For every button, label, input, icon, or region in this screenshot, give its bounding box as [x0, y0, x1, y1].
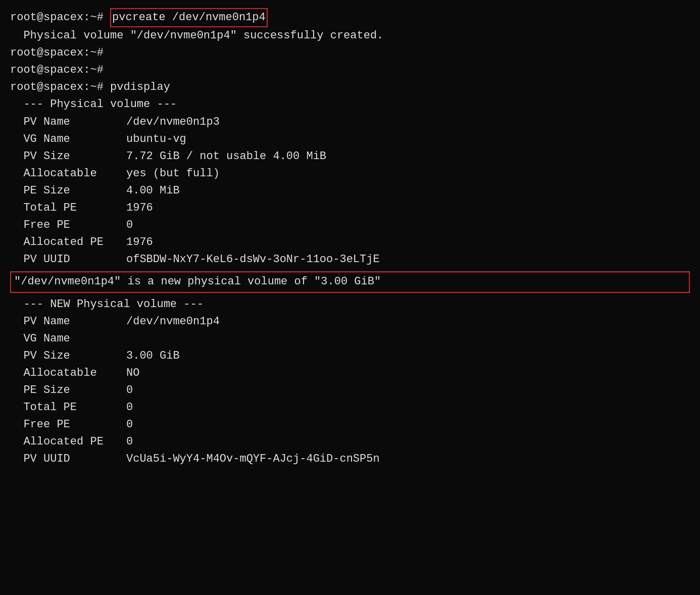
pv1-pesize-row: PE Size4.00 MiB — [10, 182, 690, 200]
prompt-4: root@spacex:~# — [10, 81, 104, 93]
pv1-uuid-value: ofSBDW-NxY7-KeL6-dsWv-3oNr-11oo-3eLTjE — [126, 251, 380, 268]
command-line-1: root@spacex:~# pvcreate /dev/nvme0n1p4 — [10, 8, 690, 27]
pv1-allocatable-label: Allocatable — [10, 165, 126, 182]
pv2-allocatedpe-label: Allocated PE — [10, 433, 126, 451]
pv1-allocatedpe-value: 1976 — [126, 234, 153, 251]
pv2-pvsize-row: PV Size3.00 GiB — [10, 348, 690, 365]
prompt-1: root@spacex:~# — [10, 11, 104, 24]
pv2-uuid-row: PV UUIDVcUa5i-WyY4-M4Ov-mQYF-AJcj-4GiD-c… — [10, 451, 690, 468]
pv1-name-value: /dev/nvme0n1p3 — [126, 114, 220, 131]
pv1-vgname-value: ubuntu-vg — [126, 131, 186, 148]
pv1-pvsize-row: PV Size7.72 GiB / not usable 4.00 MiB — [10, 148, 690, 165]
pv2-freepe-value: 0 — [126, 416, 133, 433]
pv1-allocatedpe-label: Allocated PE — [10, 234, 126, 251]
pv2-allocatable-row: AllocatableNO — [10, 365, 690, 382]
pv2-pvsize-label: PV Size — [10, 348, 126, 365]
command-2: pvdisplay — [104, 81, 170, 93]
pv2-freepe-label: Free PE — [10, 416, 126, 433]
pv1-totalpe-label: Total PE — [10, 200, 126, 217]
pv2-pvsize-value: 3.00 GiB — [126, 348, 180, 365]
pv1-vgname-row: VG Nameubuntu-vg — [10, 131, 690, 148]
pv1-freepe-value: 0 — [126, 217, 133, 234]
command-line-2: root@spacex:~# pvdisplay — [10, 79, 690, 96]
pv2-allocatable-label: Allocatable — [10, 365, 126, 382]
pv2-uuid-label: PV UUID — [10, 451, 126, 468]
success-message: Physical volume "/dev/nvme0n1p4" success… — [10, 27, 690, 44]
pv1-name-label: PV Name — [10, 114, 126, 131]
pv1-allocatedpe-row: Allocated PE1976 — [10, 234, 690, 251]
pv1-name-row: PV Name/dev/nvme0n1p3 — [10, 114, 690, 131]
pv1-pvsize-value: 7.72 GiB / not usable 4.00 MiB — [126, 148, 326, 165]
pv1-freepe-label: Free PE — [10, 217, 126, 234]
pv1-uuid-row: PV UUIDofSBDW-NxY7-KeL6-dsWv-3oNr-11oo-3… — [10, 251, 690, 268]
command-highlight-1: pvcreate /dev/nvme0n1p4 — [110, 8, 268, 27]
pv1-pesize-label: PE Size — [10, 182, 126, 200]
pv2-name-label: PV Name — [10, 313, 126, 330]
pv1-allocatable-value: yes (but full) — [126, 165, 220, 182]
pv2-pesize-row: PE Size0 — [10, 382, 690, 399]
pv1-pesize-value: 4.00 MiB — [126, 182, 180, 200]
prompt-line-2: root@spacex:~# — [10, 44, 690, 62]
prompt-line-3: root@spacex:~# — [10, 62, 690, 79]
pv2-name-row: PV Name/dev/nvme0n1p4 — [10, 313, 690, 330]
terminal-output: root@spacex:~# pvcreate /dev/nvme0n1p4 P… — [10, 8, 690, 468]
pv2-totalpe-row: Total PE0 — [10, 399, 690, 416]
pv1-allocatable-row: Allocatableyes (but full) — [10, 165, 690, 182]
pv2-allocatable-value: NO — [126, 365, 139, 382]
pv1-pvsize-label: PV Size — [10, 148, 126, 165]
pv2-pesize-value: 0 — [126, 382, 133, 399]
pv2-totalpe-label: Total PE — [10, 399, 126, 416]
pv2-vgname-row: VG Name — [10, 330, 690, 348]
pv2-freepe-row: Free PE0 — [10, 416, 690, 433]
pv2-allocatedpe-row: Allocated PE0 — [10, 433, 690, 451]
pv1-freepe-row: Free PE0 — [10, 217, 690, 234]
section2-header: --- NEW Physical volume --- — [10, 296, 690, 313]
pv1-vgname-label: VG Name — [10, 131, 126, 148]
pv2-uuid-value: VcUa5i-WyY4-M4Ov-mQYF-AJcj-4GiD-cnSP5n — [126, 451, 380, 468]
pv1-totalpe-row: Total PE1976 — [10, 200, 690, 217]
pv1-totalpe-value: 1976 — [126, 200, 153, 217]
pv2-pesize-label: PE Size — [10, 382, 126, 399]
pv2-name-value: /dev/nvme0n1p4 — [126, 313, 220, 330]
pv2-vgname-label: VG Name — [10, 330, 126, 348]
pv2-totalpe-value: 0 — [126, 399, 133, 416]
section1-header: --- Physical volume --- — [10, 96, 690, 113]
new-pv-highlight-line: "/dev/nvme0n1p4" is a new physical volum… — [10, 271, 690, 292]
pv1-uuid-label: PV UUID — [10, 251, 126, 268]
pv2-allocatedpe-value: 0 — [126, 433, 133, 451]
